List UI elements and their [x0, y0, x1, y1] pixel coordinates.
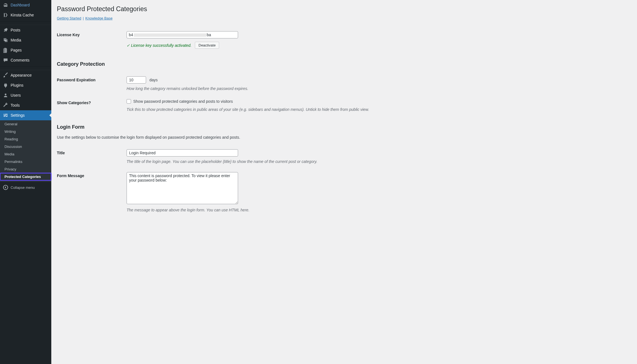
pin-icon [3, 27, 8, 33]
show-categories-label: Show Categories? [57, 95, 127, 116]
plug-icon [3, 82, 8, 88]
sidebar-item-label: Comments [11, 58, 30, 62]
kinsta-icon [3, 12, 8, 18]
menu-separator [0, 67, 51, 70]
login-title-input[interactable] [127, 149, 238, 157]
sidebar-item-label: Tools [11, 103, 20, 108]
password-expiration-label: Password Expiration [57, 72, 127, 95]
submenu-protected-categories[interactable]: Protected Categories [0, 173, 51, 180]
show-categories-description: Tick this to show protected categories i… [127, 107, 629, 112]
login-form-intro: Use the settings below to customise the … [57, 135, 631, 140]
sidebar-item-settings[interactable]: Settings [0, 110, 51, 120]
dashboard-icon [3, 2, 8, 8]
submenu-reading[interactable]: Reading [0, 135, 51, 143]
submenu-general[interactable]: General [0, 120, 51, 128]
sidebar-item-label: Kinsta Cache [11, 13, 34, 17]
brush-icon [3, 72, 8, 78]
sidebar-item-kinsta-cache[interactable]: Kinsta Cache [0, 10, 51, 20]
admin-sidebar: Dashboard Kinsta Cache Posts Media Pages… [0, 0, 51, 364]
sidebar-item-label: Users [11, 93, 21, 97]
sliders-icon [3, 113, 8, 118]
sidebar-item-label: Plugins [11, 83, 23, 87]
menu-separator [0, 21, 51, 25]
sidebar-item-plugins[interactable]: Plugins [0, 80, 51, 90]
sidebar-item-pages[interactable]: Pages [0, 45, 51, 55]
collapse-label: Collapse menu [11, 185, 35, 190]
license-key-input[interactable] [127, 31, 238, 38]
form-message-description: The message to appear above the login fo… [127, 208, 629, 212]
submenu-privacy[interactable]: Privacy [0, 165, 51, 173]
collapse-icon [2, 184, 9, 191]
expiration-description: How long the category remains unlocked b… [127, 86, 629, 91]
sidebar-item-label: Media [11, 38, 21, 42]
show-categories-checkbox[interactable] [127, 99, 131, 104]
login-form-heading: Login Form [57, 124, 631, 130]
password-expiration-input[interactable] [127, 76, 146, 84]
sidebar-item-label: Posts [11, 28, 20, 32]
comments-icon [3, 57, 8, 63]
sidebar-item-comments[interactable]: Comments [0, 55, 51, 65]
main-content: Password Protected Categories Getting St… [51, 0, 637, 364]
link-getting-started[interactable]: Getting Started [57, 16, 81, 20]
form-message-textarea[interactable] [127, 172, 238, 204]
sidebar-item-label: Settings [11, 113, 25, 118]
link-separator: | [82, 16, 84, 20]
page-title: Password Protected Categories [57, 3, 631, 14]
license-status-text: ✓ License key successfully activated. [127, 43, 192, 48]
media-icon [3, 37, 8, 43]
user-icon [3, 92, 8, 98]
sidebar-item-appearance[interactable]: Appearance [0, 70, 51, 80]
wrench-icon [3, 102, 8, 108]
sidebar-item-posts[interactable]: Posts [0, 25, 51, 35]
submenu-writing[interactable]: Writing [0, 128, 51, 135]
license-key-label: License Key [57, 27, 127, 53]
sidebar-item-label: Dashboard [11, 3, 30, 7]
submenu-media[interactable]: Media [0, 150, 51, 158]
submenu-discussion[interactable]: Discussion [0, 143, 51, 150]
settings-submenu: General Writing Reading Discussion Media… [0, 120, 51, 182]
expiration-unit: days [149, 78, 158, 82]
sidebar-item-label: Pages [11, 48, 22, 52]
sidebar-item-tools[interactable]: Tools [0, 100, 51, 110]
form-message-label: Form Message [57, 168, 127, 216]
header-links: Getting Started | Knowledge Base [57, 16, 631, 20]
submenu-permalinks[interactable]: Permalinks [0, 158, 51, 165]
login-title-label: Title [57, 145, 127, 168]
sidebar-item-dashboard[interactable]: Dashboard [0, 0, 51, 10]
show-categories-checkbox-wrapper[interactable]: Show password protected categories and p… [127, 99, 233, 104]
link-knowledge-base[interactable]: Knowledge Base [85, 16, 113, 20]
sidebar-item-media[interactable]: Media [0, 35, 51, 45]
category-protection-heading: Category Protection [57, 61, 631, 67]
deactivate-button[interactable]: Deactivate [195, 42, 219, 49]
show-categories-checkbox-label: Show password protected categories and p… [133, 99, 233, 104]
sidebar-item-label: Appearance [11, 73, 32, 77]
collapse-menu-button[interactable]: Collapse menu [0, 182, 51, 193]
login-title-description: The title of the login page. You can use… [127, 159, 629, 164]
pages-icon [3, 47, 8, 53]
sidebar-item-users[interactable]: Users [0, 90, 51, 100]
